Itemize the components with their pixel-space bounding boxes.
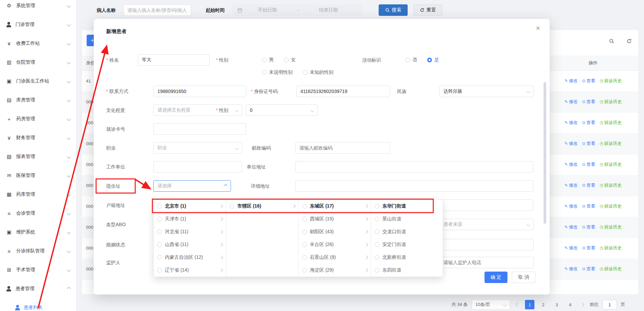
radio-gender-unexplained[interactable]: 未说明性别 — [262, 69, 293, 75]
search-button[interactable]: 搜索 — [379, 4, 408, 16]
confirm-button[interactable]: 确 定 — [485, 272, 507, 283]
cascader-option[interactable]: 交道口街道 — [371, 225, 443, 238]
cascader-option[interactable]: 东城区 (17) — [299, 200, 371, 213]
ethnic-select[interactable]: 达斡尔族 — [439, 86, 534, 97]
page-button-4[interactable]: 4 — [565, 300, 575, 309]
history-link[interactable]: ◷就诊历史 — [599, 266, 621, 272]
sidebar-item-surgery-mgmt[interactable]: ⊞ 手术管理 — [0, 260, 76, 279]
sidebar-item-triage-queue-mgmt[interactable]: ≡ 分诊排队管理 — [0, 242, 76, 260]
sidebar-item-outpatient-doctor-workstation[interactable]: ▣ 门诊医生工作站 — [0, 72, 76, 91]
edit-link[interactable]: ✎修改 — [564, 99, 578, 105]
cascader-option[interactable]: 市辖区 (16) — [226, 200, 298, 213]
education-select[interactable]: 请选择文化程度 — [153, 104, 242, 116]
sidebar-item-system-mgmt[interactable]: ⚙ 系统管理 — [0, 0, 76, 15]
cascader-option[interactable]: 天津市 (1) — [154, 213, 226, 225]
sidebar-item-insurance-mgmt[interactable]: ✉ 医保管理 — [0, 166, 76, 185]
view-link[interactable]: ⊙查看 — [582, 245, 595, 251]
history-link[interactable]: ◷就诊历史 — [599, 99, 621, 105]
cascader-option[interactable]: 北新桥街道 — [371, 251, 443, 264]
page-size-select[interactable]: 10条/页 — [472, 300, 510, 310]
cascader-option[interactable]: 西城区 (15) — [299, 213, 371, 225]
occupation-select[interactable]: 职业 — [153, 142, 242, 154]
sidebar-item-warehouse-mgmt[interactable]: ▤ 库房管理 — [0, 91, 76, 110]
cascader-option[interactable]: 河北省 (11) — [154, 225, 226, 238]
cascader-option[interactable]: 辽宁省 (14) — [154, 264, 226, 277]
sidebar-item-pharmacy-mgmt[interactable]: + 药房管理 — [0, 110, 76, 128]
radio-male[interactable]: 男 — [262, 57, 274, 63]
view-link[interactable]: ⊙查看 — [582, 224, 595, 230]
edit-link[interactable]: ✎修改 — [564, 78, 578, 84]
edit-link[interactable]: ✎修改 — [564, 182, 578, 188]
page-button-3[interactable]: 3 — [552, 300, 561, 309]
edit-link[interactable]: ✎修改 — [564, 266, 578, 272]
history-link[interactable]: ◷就诊历史 — [599, 141, 621, 147]
table-refresh-icon[interactable] — [623, 35, 635, 47]
cascader-option[interactable]: 内蒙古自治区 (12) — [154, 251, 226, 264]
sidebar-item-finance-mgmt[interactable]: ¥ 财务管理 — [0, 128, 76, 147]
radio-active-no[interactable]: 否 — [405, 57, 417, 63]
cancel-button[interactable]: 取 消 — [512, 272, 535, 283]
sidebar-item-report-mgmt[interactable]: ▧ 报表管理 — [0, 147, 76, 166]
date-range-picker[interactable]: 开始日期 - 结束日期 — [233, 4, 362, 16]
view-link[interactable]: ⊙查看 — [582, 120, 595, 126]
view-link[interactable]: ⊙查看 — [582, 141, 595, 147]
visit-card-input[interactable] — [153, 123, 246, 135]
history-link[interactable]: ◷就诊历史 — [599, 245, 621, 251]
detail-address-input[interactable] — [295, 180, 533, 192]
cascader-option[interactable]: 山西省 (11) — [154, 238, 226, 251]
sidebar-item-drugstore-mgmt[interactable]: ▦ 药库管理 — [0, 185, 76, 204]
guardian-phone-input[interactable] — [439, 257, 534, 268]
goto-page-input[interactable] — [603, 300, 617, 309]
page-button-1[interactable]: 1 — [525, 300, 534, 309]
unit-address-input[interactable] — [295, 161, 533, 173]
history-link[interactable]: ◷就诊历史 — [599, 182, 621, 188]
history-link[interactable]: ◷就诊历史 — [599, 224, 621, 230]
postcode-input[interactable] — [295, 142, 390, 154]
edit-link[interactable]: ✎修改 — [564, 203, 578, 209]
patient-name-input[interactable] — [123, 4, 191, 16]
current-address-cascader-select[interactable]: 请选择 — [153, 180, 231, 192]
gender2-select[interactable]: 0 — [246, 104, 318, 116]
sidebar-item-patient-mgmt[interactable]: 患者管理 — [0, 279, 76, 298]
page-button-2[interactable]: 2 — [538, 300, 548, 309]
history-link[interactable]: ◷就诊历史 — [599, 78, 621, 84]
edit-link[interactable]: ✎修改 — [564, 161, 578, 167]
patient-source-select[interactable]: 患者来源 — [439, 219, 534, 230]
workunit-input[interactable] — [153, 161, 242, 173]
next-page-button[interactable] — [579, 300, 586, 309]
cascader-option[interactable]: 丰台区 (26) — [299, 238, 371, 251]
cascader-option[interactable]: 北京市 (1) — [154, 200, 226, 213]
close-icon[interactable]: × — [534, 24, 542, 33]
dialog-scrollbar[interactable] — [544, 82, 546, 224]
history-link[interactable]: ◷就诊历史 — [599, 161, 621, 167]
edit-link[interactable]: ✎修改 — [564, 141, 578, 147]
view-link[interactable]: ⊙查看 — [582, 78, 595, 84]
sidebar-item-outpatient-mgmt[interactable]: 门诊管理 — [0, 15, 76, 34]
id-number-input[interactable] — [296, 86, 390, 97]
view-link[interactable]: ⊙查看 — [582, 99, 595, 105]
view-link[interactable]: ⊙查看 — [582, 182, 595, 188]
radio-active-yes[interactable]: 是 — [427, 57, 439, 63]
cascader-option[interactable]: 景山街道 — [371, 213, 443, 225]
view-link[interactable]: ⊙查看 — [582, 203, 595, 209]
contact-input[interactable] — [153, 86, 246, 97]
reset-button[interactable]: 重置 — [413, 4, 442, 16]
sidebar-item-maintenance-system[interactable]: ▣ 维护系统 — [0, 223, 76, 242]
edit-link[interactable]: ✎修改 — [564, 120, 578, 126]
cascader-option[interactable]: 海淀区 (29) — [299, 264, 371, 277]
cascader-option[interactable]: 朝阳区 (43) — [299, 225, 371, 238]
sidebar-item-billing-workstation[interactable]: ¥ 收费工作站 — [0, 34, 76, 53]
name-input[interactable] — [138, 54, 210, 66]
radio-female[interactable]: 女 — [284, 57, 296, 63]
view-link[interactable]: ⊙查看 — [582, 266, 595, 272]
edit-link[interactable]: ✎修改 — [564, 224, 578, 230]
cascader-option[interactable]: 石景山区 (9) — [299, 251, 371, 264]
marriage-right-input[interactable] — [439, 239, 534, 250]
prev-page-button[interactable] — [514, 300, 521, 309]
sidebar-item-patient-list[interactable]: 患者列表 — [0, 298, 76, 311]
history-link[interactable]: ◷就诊历史 — [599, 120, 621, 126]
table-search-icon[interactable] — [606, 35, 617, 47]
radio-gender-unknown[interactable]: 未知的性别 — [303, 69, 333, 75]
sidebar-item-consultation-mgmt[interactable]: ≡ 会诊管理 — [0, 204, 76, 223]
cascader-option[interactable]: 安定门街道 — [371, 238, 443, 251]
